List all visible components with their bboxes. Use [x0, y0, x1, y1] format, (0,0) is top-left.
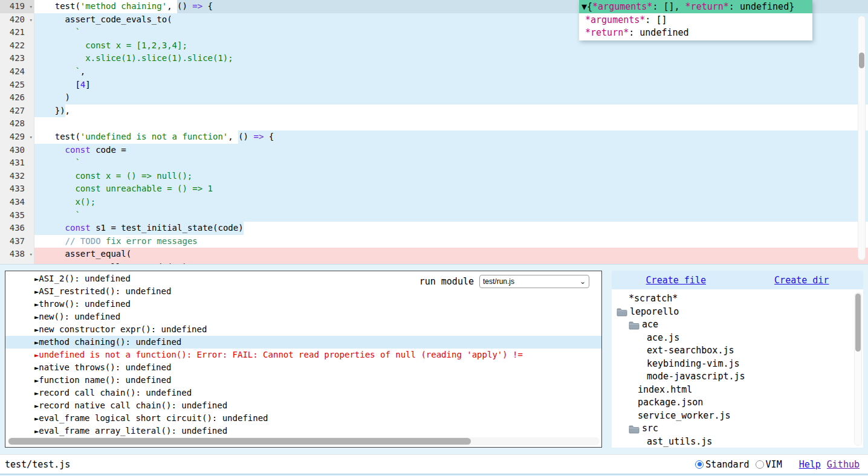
line-number[interactable]: 419▾	[0, 0, 34, 13]
keybinding-standard-option[interactable]: Standard	[695, 459, 749, 470]
fold-arrow-icon[interactable]: ▾	[30, 248, 33, 262]
line-number[interactable]: 431	[0, 156, 34, 170]
tree-file[interactable]: keybinding-vim.js	[612, 358, 863, 371]
file-tree-scrollbar[interactable]	[854, 292, 862, 446]
calltree-row[interactable]: ►native throws(): undefined	[5, 361, 601, 374]
tree-file[interactable]: mode-javascript.js	[612, 370, 863, 384]
run-module-select[interactable]: test/run.js ⌄	[479, 275, 589, 288]
editor-line[interactable]: 432 const x = () => null();	[0, 170, 868, 183]
code-line-content[interactable]: `	[34, 156, 868, 170]
code-line-content[interactable]	[34, 117, 868, 130]
line-number[interactable]: 422	[0, 39, 34, 53]
help-link[interactable]: Help	[799, 459, 821, 470]
code-line-content[interactable]: const x = () => null();	[34, 170, 868, 183]
create-dir-button[interactable]: Create dir	[774, 275, 829, 286]
editor-line[interactable]: 431 `	[0, 156, 868, 170]
tree-file[interactable]: index.html	[612, 384, 863, 397]
calltree-row[interactable]: ►throw(): undefined	[5, 298, 601, 310]
editor-line[interactable]: 426 )	[0, 91, 868, 105]
code-line-content[interactable]: assert_equal(	[34, 248, 868, 261]
code-line-content[interactable]: test('undefined is not a function', () =…	[34, 130, 868, 144]
tree-file[interactable]: *scratch*	[612, 292, 863, 306]
line-number[interactable]: 425	[0, 79, 34, 92]
calltree-row[interactable]: ►record call chain(): undefined	[5, 387, 601, 399]
calltree-row[interactable]: ►new constructor expr(): undefined	[5, 323, 601, 336]
code-editor[interactable]: 419▾ test('method chaining', () => {420▾…	[0, 0, 868, 265]
line-number[interactable]: 421	[0, 26, 34, 39]
editor-line[interactable]: 433 const unreachable = () => 1	[0, 182, 868, 196]
editor-line[interactable]: 439 root_calltree_node(s1)	[0, 261, 868, 265]
line-number[interactable]: 435	[0, 209, 34, 222]
radio-standard-icon[interactable]	[695, 460, 704, 469]
popup-header[interactable]: ▼{*arguments*: [], *return*: undefined}	[579, 0, 812, 13]
line-number[interactable]: 437	[0, 235, 34, 248]
calltree-row[interactable]: ►new(): undefined	[5, 310, 601, 323]
calltree-row[interactable]: ►eval_frame logical short circuit(): und…	[5, 412, 601, 425]
tree-file[interactable]: ace.js	[612, 332, 863, 345]
line-number[interactable]: 423	[0, 52, 34, 65]
editor-vertical-scrollbar[interactable]	[858, 16, 866, 260]
editor-line[interactable]: 423 x.slice(1).slice(1).slice(1);	[0, 52, 868, 65]
tree-file[interactable]: ext-searchbox.js	[612, 344, 863, 358]
tree-file[interactable]: package.json	[612, 396, 863, 410]
line-number[interactable]: 436	[0, 222, 34, 235]
editor-scrollbar-thumb[interactable]	[859, 53, 864, 68]
tree-folder[interactable]: src	[612, 422, 863, 436]
radio-vim-icon[interactable]	[756, 460, 764, 469]
line-number[interactable]: 427	[0, 105, 34, 118]
create-file-button[interactable]: Create file	[646, 275, 706, 286]
editor-line[interactable]: 427 }),	[0, 105, 868, 118]
code-line-content[interactable]: const s1 = test_initial_state(code)	[34, 222, 868, 235]
code-line-content[interactable]: const code =	[34, 144, 868, 157]
code-line-content[interactable]: `	[34, 209, 868, 222]
editor-line[interactable]: 437 // TODO fix error messages	[0, 235, 868, 248]
fold-arrow-icon[interactable]: ▾	[30, 131, 33, 144]
code-line-content[interactable]: `,	[34, 65, 868, 79]
code-line-content[interactable]: // TODO fix error messages	[34, 235, 868, 248]
results-horizontal-scrollbar[interactable]	[7, 437, 600, 445]
editor-line[interactable]: 424 `,	[0, 65, 868, 79]
tree-file[interactable]: service_worker.js	[612, 410, 863, 423]
code-line-content[interactable]: }),	[34, 105, 868, 118]
editor-line[interactable]: 435 `	[0, 209, 868, 222]
github-link[interactable]: Github	[827, 459, 860, 470]
line-number[interactable]: 429▾	[0, 130, 34, 144]
editor-line[interactable]: 425 [4]	[0, 79, 868, 92]
code-line-content[interactable]: root_calltree_node(s1)	[34, 261, 868, 265]
calltree-row[interactable]: ►record native call chain(): undefined	[5, 399, 601, 412]
fold-arrow-icon[interactable]: ▾	[30, 1, 33, 14]
results-scrollbar-thumb[interactable]	[8, 438, 471, 445]
keybinding-vim-option[interactable]: VIM	[756, 459, 782, 470]
fold-arrow-icon[interactable]: ▾	[30, 14, 33, 27]
code-line-content[interactable]: )	[34, 91, 868, 105]
editor-line[interactable]: 436 const s1 = test_initial_state(code)	[0, 222, 868, 235]
editor-line[interactable]: 434 x();	[0, 196, 868, 209]
editor-line[interactable]: 422 const x = [1,2,3,4];	[0, 39, 868, 53]
popup-entry[interactable]: *arguments*: []	[585, 14, 809, 27]
line-number[interactable]: 420▾	[0, 13, 34, 27]
tree-folder[interactable]: leporello	[612, 306, 863, 319]
line-number[interactable]: 430	[0, 144, 34, 157]
line-number[interactable]: 434	[0, 196, 34, 209]
file-tree-scrollbar-thumb[interactable]	[855, 294, 861, 352]
editor-line[interactable]: 429▾ test('undefined is not a function',…	[0, 130, 868, 144]
code-line-content[interactable]: x();	[34, 196, 868, 209]
calltree-row[interactable]: ►eval_frame array_literal(): undefined	[5, 425, 601, 437]
popup-entry[interactable]: *return*: undefined	[585, 27, 809, 39]
line-number[interactable]: 439	[0, 261, 34, 265]
editor-line[interactable]: 438▾ assert_equal(	[0, 248, 868, 261]
calltree-row[interactable]: ►undefined is not a function(): Error: F…	[5, 349, 601, 361]
line-number[interactable]: 438▾	[0, 248, 34, 261]
code-line-content[interactable]: [4]	[34, 79, 868, 92]
calltree-row[interactable]: ►method chaining(): undefined	[5, 336, 601, 349]
editor-line[interactable]: 430 const code =	[0, 144, 868, 157]
line-number[interactable]: 426	[0, 91, 34, 105]
code-line-content[interactable]: const x = [1,2,3,4];	[34, 39, 868, 53]
tree-file[interactable]: ast_utils.js	[612, 436, 863, 448]
line-number[interactable]: 433	[0, 182, 34, 196]
editor-line[interactable]: 428	[0, 117, 868, 130]
line-number[interactable]: 428	[0, 117, 34, 130]
tree-folder[interactable]: ace	[612, 318, 863, 332]
line-number[interactable]: 432	[0, 170, 34, 183]
calltree-row[interactable]: ►function name(): undefined	[5, 374, 601, 387]
